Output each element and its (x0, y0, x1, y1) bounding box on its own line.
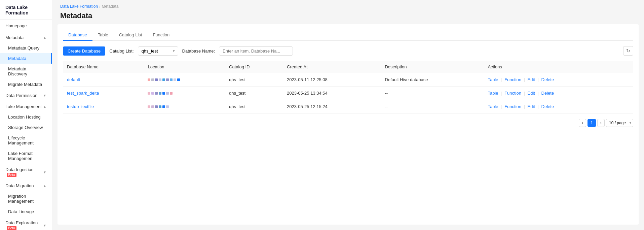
action-table-link[interactable]: Table (488, 77, 498, 82)
location-icons (148, 78, 221, 81)
sidebar-item-migrate-metadata[interactable]: Migrate Metadata (0, 79, 52, 90)
db-name-input[interactable] (219, 46, 293, 56)
catalog-list-select[interactable]: qhs_test (138, 46, 178, 56)
page-title: Metadata (52, 10, 644, 24)
sidebar-section-data-permission[interactable]: Data Permission ▼ (0, 90, 52, 101)
sidebar-item-lifecycle-management[interactable]: Lifecycle Management (0, 133, 52, 148)
col-location: Location (144, 61, 225, 73)
location-icons (148, 105, 221, 108)
sidebar-item-lake-format[interactable]: Lake Format Managemen (0, 148, 52, 164)
tab-database[interactable]: Database (63, 30, 92, 41)
chevron-up-icon: ▲ (43, 36, 46, 39)
tab-catalog-list[interactable]: Catalog List (114, 30, 148, 41)
refresh-button[interactable]: ↻ (623, 46, 633, 56)
actions-cell: Table | Function | Edit | Delete (484, 73, 633, 87)
action-edit-link[interactable]: Edit (528, 77, 535, 82)
chevron-up-icon: ▲ (43, 184, 46, 188)
action-separator: | (536, 104, 540, 109)
description-cell: -- (381, 87, 484, 100)
chevron-up-icon: ▲ (43, 105, 46, 108)
page-size-wrapper: 10 / page 20 / page 50 / page ▼ (606, 119, 633, 127)
chevron-down-icon: ▼ (43, 170, 46, 174)
beta-badge-exploration: Beta (7, 226, 16, 230)
tabs: Database Table Catalog List Function (63, 30, 633, 41)
database-table: Database Name Location Catalog ID Create… (63, 61, 633, 113)
table-row: testdb_textfileqhs_test2023-05-25 12:15:… (63, 100, 633, 113)
sidebar-item-location-hosting[interactable]: Location Hosting (0, 112, 52, 122)
action-separator: | (499, 104, 503, 109)
breadcrumb: Data Lake Formation / Metadata (52, 0, 644, 10)
content-area: Database Table Catalog List Function Cre… (58, 24, 639, 225)
sidebar-item-homepage[interactable]: Homepage (0, 20, 52, 32)
pagination: ‹ 1 › 10 / page 20 / page 50 / page ▼ (63, 119, 633, 127)
description-cell: Default Hive database (381, 73, 484, 87)
sidebar-item-metadata[interactable]: Metadata (0, 53, 52, 64)
description-cell: -- (381, 100, 484, 113)
page-1-button[interactable]: 1 (588, 119, 596, 127)
action-separator: | (523, 77, 526, 82)
breadcrumb-separator: / (99, 4, 100, 9)
next-page-button[interactable]: › (597, 119, 605, 127)
col-db-name: Database Name (63, 61, 144, 73)
action-function-link[interactable]: Function (504, 91, 521, 96)
sidebar-item-migration-management[interactable]: Migration Management (0, 191, 52, 206)
action-separator: | (499, 91, 503, 96)
sidebar-item-metadata-discovery[interactable]: Metadata Discovery (0, 64, 52, 79)
sidebar: Data Lake Formation Homepage Metadata ▲ … (0, 0, 52, 230)
location-icons (148, 92, 221, 95)
action-edit-link[interactable]: Edit (528, 91, 535, 96)
col-created-at: Created At (283, 61, 381, 73)
action-separator: | (523, 91, 526, 96)
action-table-link[interactable]: Table (488, 91, 498, 96)
tab-function[interactable]: Function (147, 30, 175, 41)
action-separator: | (499, 77, 503, 82)
sidebar-section-data-ingestion[interactable]: Data Ingestion Beta ▼ (0, 164, 52, 180)
sidebar-section-lake-management[interactable]: Lake Management ▲ (0, 101, 52, 112)
catalog-id-cell: qhs_test (225, 73, 283, 87)
breadcrumb-parent[interactable]: Data Lake Formation (60, 4, 98, 9)
toolbar: Create Database Catalog List: qhs_test ▼… (63, 46, 633, 56)
chevron-down-icon: ▼ (43, 94, 46, 97)
action-separator: | (536, 91, 540, 96)
main-content: Data Lake Formation / Metadata Metadata … (52, 0, 644, 230)
sidebar-item-storage-overview[interactable]: Storage Overview (0, 122, 52, 133)
action-table-link[interactable]: Table (488, 104, 498, 109)
table-row: defaultqhs_test2023-05-11 12:25:08Defaul… (63, 73, 633, 87)
created-at-cell: 2023-05-25 12:15:24 (283, 100, 381, 113)
action-separator: | (523, 104, 526, 109)
table-row: test_spark_deltaqhs_test2023-05-25 13:34… (63, 87, 633, 100)
beta-badge-ingestion: Beta (7, 173, 16, 177)
sidebar-item-metadata-query[interactable]: Metadata Query (0, 43, 52, 53)
db-name-link[interactable]: default (67, 77, 80, 82)
db-name-label: Database Name: (182, 48, 215, 54)
col-actions: Actions (484, 61, 633, 73)
col-description: Description (381, 61, 484, 73)
tab-table[interactable]: Table (92, 30, 114, 41)
action-function-link[interactable]: Function (504, 77, 521, 82)
sidebar-section-data-migration[interactable]: Data Migration ▲ (0, 180, 52, 191)
db-name-link[interactable]: testdb_textfile (67, 104, 94, 109)
action-edit-link[interactable]: Edit (528, 104, 535, 109)
sidebar-item-data-lineage[interactable]: Data Lineage (0, 206, 52, 217)
sidebar-section-metadata[interactable]: Metadata ▲ (0, 32, 52, 43)
db-name-link[interactable]: test_spark_delta (67, 91, 99, 96)
action-delete-link[interactable]: Delete (541, 91, 554, 96)
created-at-cell: 2023-05-11 12:25:08 (283, 73, 381, 87)
action-separator: | (536, 77, 540, 82)
action-delete-link[interactable]: Delete (541, 104, 554, 109)
app-logo: Data Lake Formation (0, 0, 52, 20)
catalog-id-cell: qhs_test (225, 87, 283, 100)
prev-page-button[interactable]: ‹ (579, 119, 586, 127)
breadcrumb-current: Metadata (102, 4, 118, 9)
action-delete-link[interactable]: Delete (541, 77, 554, 82)
created-at-cell: 2023-05-25 13:34:54 (283, 87, 381, 100)
catalog-id-cell: qhs_test (225, 100, 283, 113)
catalog-list-label: Catalog List: (109, 48, 134, 54)
catalog-list-select-wrapper: qhs_test ▼ (138, 46, 178, 56)
action-function-link[interactable]: Function (504, 104, 521, 109)
sidebar-section-data-exploration[interactable]: Data Exploration Beta ▼ (0, 217, 52, 230)
page-size-select[interactable]: 10 / page 20 / page 50 / page (606, 119, 633, 127)
chevron-down-icon: ▼ (43, 224, 46, 227)
create-database-button[interactable]: Create Database (63, 46, 105, 56)
actions-cell: Table | Function | Edit | Delete (484, 100, 633, 113)
